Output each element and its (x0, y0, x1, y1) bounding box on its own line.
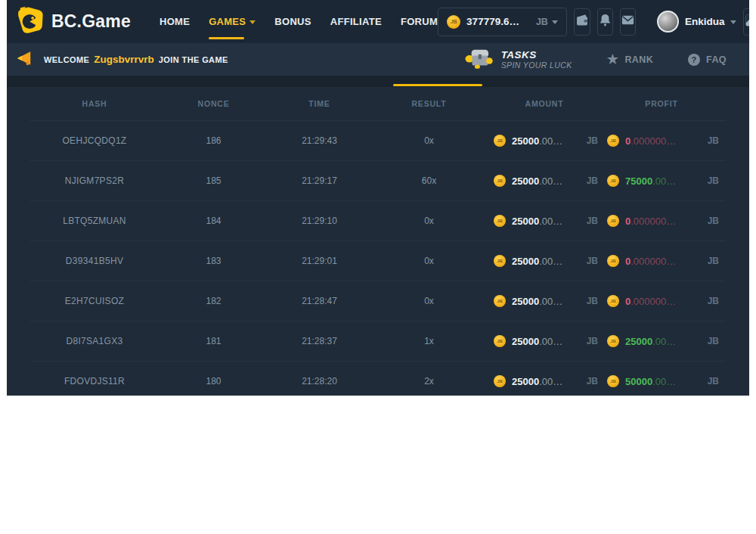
bell-icon (598, 13, 612, 30)
jb-coin-icon: JB (607, 255, 619, 267)
bets-table: HASH NONCE TIME RESULT AMOUNT PROFIT OEH… (7, 87, 749, 396)
nav-item-bonus[interactable]: BONUS (274, 0, 311, 43)
jb-coin-icon: JB (494, 375, 506, 387)
cell-nonce: 181 (159, 336, 268, 346)
cell-nonce: 186 (159, 135, 268, 146)
cell-result: 0x (370, 296, 488, 306)
cell-amount: JB 25000.00… JB (488, 215, 601, 227)
table-row[interactable]: FDOVDJS11R 180 21:28:20 2x JB 25000.00… … (30, 361, 726, 396)
cell-nonce: 180 (159, 376, 268, 387)
welcome-prefix: WELCOME (44, 55, 89, 64)
nav-item-forum[interactable]: FORUM (401, 0, 438, 43)
tasks-title: TASKS (501, 49, 572, 61)
jb-coin-icon: JB (494, 135, 506, 147)
notifications-button[interactable] (597, 8, 613, 36)
profit-currency: JB (708, 135, 719, 146)
cell-amount: JB 25000.00… JB (488, 255, 601, 267)
amount-currency: JB (587, 216, 598, 226)
page: BC.Game HOME GAMES BONUS AFFILIATE FORUM (0, 0, 756, 534)
nav-item-games[interactable]: GAMES (209, 0, 256, 43)
welcome-username: Zugsbvrrvrb (94, 54, 154, 65)
col-time: TIME (268, 99, 370, 108)
cell-hash: LBTQ5ZMUAN (30, 216, 159, 226)
cell-hash: E2H7CUISOZ (30, 296, 159, 306)
table-row[interactable]: LBTQ5ZMUAN 184 21:29:10 0x JB 25000.00… … (30, 200, 726, 241)
currency-label: JB (536, 17, 548, 27)
banner-actions: TASKS SPIN YOUR LUCK ★ RANK ? FAQ (465, 46, 739, 73)
faq-label: FAQ (706, 54, 727, 65)
table-row[interactable]: NJIGM7PS2R 185 21:29:17 60x JB 25000.00…… (30, 160, 726, 200)
cell-nonce: 184 (159, 216, 268, 226)
cell-nonce: 182 (159, 296, 268, 306)
bcgame-logo-icon (16, 6, 45, 38)
question-mark-icon: ? (688, 54, 700, 66)
table-row[interactable]: OEHJCQDQ1Z 186 21:29:43 0x JB 25000.00… … (30, 120, 726, 160)
nav-label-affiliate: AFFILIATE (330, 16, 382, 27)
chevron-down-icon (249, 20, 256, 24)
cell-hash: OEHJCQDQ1Z (30, 135, 159, 146)
nav-item-home[interactable]: HOME (160, 0, 190, 43)
table-row[interactable]: D39341B5HV 183 21:29:01 0x JB 25000.00… … (30, 241, 726, 281)
messages-button[interactable] (620, 8, 636, 36)
amount-value: 25000.00… (512, 296, 562, 307)
nav-label-games: GAMES (209, 16, 246, 27)
table-body: OEHJCQDQ1Z 186 21:29:43 0x JB 25000.00… … (7, 120, 749, 396)
cell-time: 21:29:43 (268, 135, 370, 146)
table-row[interactable]: E2H7CUISOZ 182 21:28:47 0x JB 25000.00… … (30, 281, 726, 321)
app-panel: BC.Game HOME GAMES BONUS AFFILIATE FORUM (7, 0, 749, 396)
jb-coin-icon: JB (494, 255, 506, 267)
announcement-banner: WELCOME Zugsbvrrvrb JOIN THE GAME (7, 43, 749, 76)
amount-value: 25000.00… (512, 175, 562, 187)
cell-profit: JB 0.000000… JB (601, 135, 722, 147)
currency-dropdown[interactable]: JB (536, 17, 558, 27)
cell-time: 21:29:10 (268, 216, 370, 226)
profit-currency: JB (708, 216, 719, 226)
chevron-down-icon (552, 20, 558, 24)
main-menu: HOME GAMES BONUS AFFILIATE FORUM (160, 0, 438, 43)
tasks-link[interactable]: TASKS SPIN YOUR LUCK (465, 46, 572, 73)
sub-bar (7, 76, 749, 87)
jb-coin-icon: JB (494, 215, 506, 227)
cell-time: 21:28:37 (268, 336, 370, 346)
profit-currency: JB (708, 336, 719, 346)
amount-value: 25000.00… (512, 216, 562, 227)
cell-amount: JB 25000.00… JB (488, 335, 601, 347)
faq-link[interactable]: ? FAQ (688, 54, 727, 66)
nav-item-affiliate[interactable]: AFFILIATE (330, 0, 382, 43)
rank-link[interactable]: ★ RANK (607, 53, 653, 66)
cell-time: 21:28:47 (268, 296, 370, 306)
cell-amount: JB 25000.00… JB (488, 295, 601, 307)
cell-amount: JB 25000.00… JB (488, 135, 601, 147)
cell-hash: D8I7SA1GX3 (30, 336, 159, 346)
bcgame-logo[interactable]: BC.Game (16, 6, 131, 38)
cell-hash: FDOVDJS11R (30, 376, 159, 387)
profit-currency: JB (708, 296, 719, 306)
cell-result: 60x (370, 175, 488, 186)
balance-selector[interactable]: JB 377779.6… JB (438, 8, 567, 36)
user-menu[interactable]: Enkidua (657, 11, 737, 33)
jb-coin-icon: JB (607, 375, 619, 387)
wallet-button[interactable] (574, 8, 590, 36)
profit-value: 75000.00… (625, 175, 676, 187)
logo-wordmark: BC.Game (51, 11, 131, 32)
welcome-message: WELCOME Zugsbvrrvrb JOIN THE GAME (44, 54, 228, 65)
col-amount: AMOUNT (488, 99, 601, 108)
avatar (657, 11, 679, 33)
cell-result: 0x (370, 256, 488, 266)
jb-coin-icon: JB (494, 175, 506, 187)
cell-time: 21:29:17 (268, 175, 370, 186)
jb-coin-icon: JB (607, 335, 619, 347)
amount-currency: JB (587, 175, 598, 186)
tasks-text: TASKS SPIN YOUR LUCK (501, 49, 572, 70)
table-row[interactable]: D8I7SA1GX3 181 21:28:37 1x JB 25000.00… … (30, 321, 726, 361)
chat-toggle-button[interactable] (743, 8, 749, 36)
balance-amount: 377779.6… (466, 16, 519, 27)
cell-profit: JB 0.000000… JB (601, 215, 722, 227)
mail-icon (621, 13, 635, 30)
nav-label-bonus: BONUS (274, 16, 311, 27)
top-nav: BC.Game HOME GAMES BONUS AFFILIATE FORUM (7, 0, 749, 43)
amount-currency: JB (587, 135, 598, 146)
cell-profit: JB 75000.00… JB (601, 175, 722, 187)
amount-currency: JB (587, 296, 598, 306)
jb-coin-icon: JB (494, 295, 506, 307)
